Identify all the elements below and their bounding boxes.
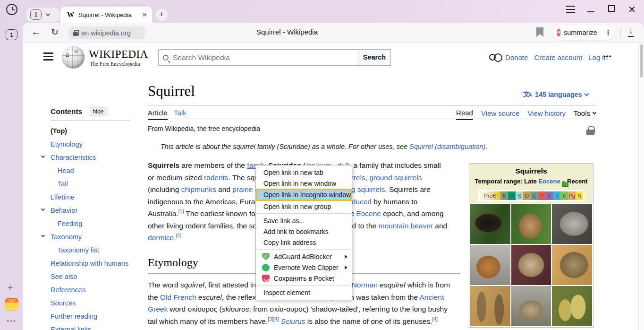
inline-link[interactable]: [4] (432, 316, 438, 321)
search-input[interactable] (173, 53, 354, 62)
toc-item-characteristics[interactable]: Characteristics (51, 154, 143, 167)
inline-link[interactable]: Old French (160, 293, 196, 301)
toc-item-references[interactable]: References (51, 286, 143, 299)
toc-item-lifetime[interactable]: Lifetime (51, 193, 143, 207)
menu-item-open-link-in-new-tab[interactable]: Open link in new tab (256, 167, 352, 178)
browser-tab[interactable]: W Squirrel - Wikipedia ✕ (60, 7, 152, 23)
tab-group-switcher[interactable]: 1 (26, 8, 59, 22)
maximize-button[interactable] (608, 5, 615, 12)
photo-standing-ground-squirrels[interactable] (470, 286, 510, 326)
new-tab-button[interactable]: + (156, 9, 168, 21)
inline-link[interactable]: ground squirrels (369, 174, 422, 182)
timeline-period-Pg[interactable]: Pg (568, 191, 576, 200)
inline-link[interactable]: Greek (148, 305, 168, 313)
photo-chipmunk[interactable] (511, 204, 551, 244)
timeline-period-Є[interactable]: Є (500, 191, 508, 200)
timeline-period-O[interactable]: O (508, 191, 516, 200)
inline-link[interactable]: [2] (176, 233, 181, 238)
timeline-period-S[interactable]: S (516, 191, 523, 200)
timeline-period-N[interactable]: N (576, 191, 583, 200)
rail-add-icon[interactable]: + (7, 281, 13, 294)
photo-prairie-dogs[interactable] (552, 286, 592, 326)
menu-item-save-link-as-[interactable]: Save link as... (256, 215, 352, 226)
toc-item-relationship-with-humans[interactable]: Relationship with humans (51, 260, 143, 273)
bookmark-icon[interactable] (536, 27, 543, 37)
timeline-period-D[interactable]: D (523, 191, 531, 200)
toc-chevron-icon[interactable] (41, 234, 45, 237)
rail-more-icon[interactable]: ••• (7, 317, 17, 325)
inline-link[interactable]: mountain beaver (378, 222, 432, 230)
toc-item-behavior[interactable]: Behavior (51, 207, 143, 220)
toc-item-see-also[interactable]: See also (51, 273, 143, 286)
wikipedia-wordmark[interactable]: WIKIPEDIA (89, 48, 148, 61)
menu-item-open-link-in-new-window[interactable]: Open link in new window (256, 178, 352, 189)
summarize-button[interactable]: “ summarize ⋮ (552, 25, 615, 40)
browser-menu-icon[interactable] (566, 6, 575, 13)
inline-link[interactable]: Sciurus (281, 317, 305, 325)
timeline-period-PreЄ[interactable]: PreЄ (480, 191, 500, 200)
toc-item-external-links[interactable]: External links (51, 326, 143, 330)
wiki-link-donate[interactable]: Donate (505, 53, 528, 61)
toc-item-taxonomy[interactable]: Taxonomy (51, 233, 143, 246)
inline-link[interactable]: rodents (204, 174, 229, 182)
tab-article[interactable]: Article (148, 109, 168, 120)
menu-item-open-link-in-new-group[interactable]: Open link in new group (256, 201, 352, 212)
window-close-button[interactable]: ✕ (628, 4, 636, 15)
history-clock-icon[interactable] (6, 4, 17, 15)
header-more-icon[interactable]: ••• (603, 52, 612, 60)
toc-item-etymology[interactable]: Etymology (51, 140, 143, 154)
tab-tools[interactable]: Tools (574, 109, 596, 120)
tab-read[interactable]: Read (456, 109, 473, 120)
inline-link[interactable]: Eocene (538, 178, 560, 185)
downloads-icon[interactable]: ↓ (626, 26, 636, 36)
timeline-period-P[interactable]: P (538, 191, 546, 200)
wiki-search-box[interactable] (158, 49, 358, 66)
timeline-period-T[interactable]: T (546, 191, 553, 200)
toc-hide-button[interactable]: hide (89, 107, 108, 116)
photo-rock-squirrel[interactable] (552, 245, 592, 285)
tab-view-history[interactable]: View history (527, 109, 566, 120)
wiki-link-create-account[interactable]: Create account (534, 53, 582, 61)
toc-item-sources[interactable]: Sources (51, 299, 143, 313)
toc-chevron-icon[interactable] (41, 207, 45, 211)
wiki-hamburger-icon[interactable] (43, 52, 53, 54)
toc-item-feeding[interactable]: Feeding (58, 220, 143, 233)
reload-button[interactable]: ↻ (51, 26, 59, 37)
search-button[interactable]: Search (358, 49, 391, 66)
page-scrollbar[interactable] (638, 43, 644, 330)
wikipedia-logo[interactable]: ΩW (62, 46, 85, 69)
timeline-period-J[interactable]: J (553, 191, 561, 200)
menu-item-сохранить-в-pocket[interactable]: Сохранить в Pocket (256, 273, 352, 284)
toc-item-head[interactable]: Head (58, 167, 143, 180)
timeline-period-K[interactable]: K (560, 191, 568, 200)
summarize-menu-dots[interactable]: ⋮ (605, 29, 611, 36)
menu-item-evernote-web-clipper[interactable]: Evernote Web Clipper (256, 262, 352, 273)
menu-item-adguard-adblocker[interactable]: AdGuard AdBlocker (256, 251, 352, 262)
infinity-icon[interactable] (489, 54, 496, 61)
timeline-period-C[interactable]: C (531, 191, 538, 200)
toc-item--top-[interactable]: (Top) (51, 127, 143, 140)
inline-link[interactable]: [3][4] (268, 316, 279, 321)
inline-link[interactable]: Ancient (420, 293, 444, 301)
scrollbar-thumb[interactable] (640, 44, 643, 78)
photo-gray-squirrel[interactable] (552, 204, 592, 244)
inline-link[interactable]: Eocene (356, 209, 381, 217)
tab-talk[interactable]: Talk (174, 109, 186, 119)
tab-close-icon[interactable]: ✕ (142, 11, 147, 18)
languages-button[interactable]: 文A 145 languages (523, 90, 588, 99)
photo-giant-squirrel[interactable] (470, 204, 510, 244)
inline-link[interactable]: [1] (178, 208, 184, 214)
toc-item-taxonomy-list[interactable]: Taxonomy list (58, 246, 143, 260)
inline-link[interactable]: Squirrel (disambiguation) (409, 143, 485, 150)
photo-marmots[interactable] (511, 286, 551, 326)
menu-item-copy-link-address[interactable]: Copy link address (256, 237, 352, 248)
toc-chevron-icon[interactable] (41, 154, 45, 158)
menu-item-add-link-to-bookmarks[interactable]: Add link to bookmarks (256, 226, 352, 237)
photo-fox-squirrel[interactable] (470, 245, 510, 285)
toc-item-tail[interactable]: Tail (58, 180, 143, 193)
menu-item-inspect-element[interactable]: Inspect element (256, 287, 352, 298)
inline-link[interactable]: dormice (148, 234, 174, 242)
minimize-button[interactable] (587, 11, 594, 12)
inline-link[interactable]: chipmunks (181, 185, 216, 193)
menu-item-open-link-in-incognito-window[interactable]: Open link in Incognito window (256, 189, 352, 201)
